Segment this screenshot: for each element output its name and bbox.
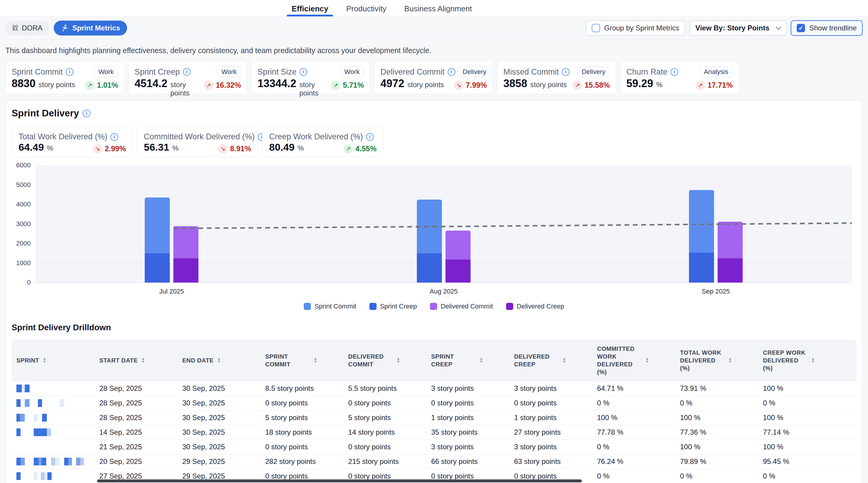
table-cell: 95.45 %: [758, 457, 841, 466]
sprint-commit-bar[interactable]: [689, 190, 714, 253]
redacted-block: [42, 399, 59, 407]
kpi-card-body: 8830story points↗1.01%: [12, 77, 118, 90]
group-by-sprint-metrics-control[interactable]: Group by Sprint Metrics: [586, 20, 685, 36]
info-icon[interactable]: i: [671, 68, 678, 76]
column-header-sprint-creep[interactable]: SPRINT CREEP▲▼: [426, 353, 509, 368]
y-axis-tick-label: 1000: [12, 259, 31, 267]
delivered-commit-bar[interactable]: [173, 226, 198, 258]
sort-icon[interactable]: ▲▼: [562, 357, 566, 363]
table-row[interactable]: 20 Sep, 202529 Sep, 2025282 story points…: [12, 454, 856, 469]
table-row[interactable]: 14 Sep, 202530 Sep, 202518 story points1…: [12, 425, 856, 440]
redacted-block: [48, 472, 52, 480]
table-cell: 0 story points: [260, 443, 343, 451]
legend-item[interactable]: Sprint Commit: [304, 302, 356, 310]
sprint-delivery-panel: Sprint Delivery i Total Work Delivered (…: [5, 100, 863, 483]
table-cell: 100 %: [592, 414, 675, 422]
info-icon[interactable]: i: [66, 68, 73, 76]
table-row[interactable]: 28 Sep, 202530 Sep, 20255 story points5 …: [12, 411, 856, 425]
redacted-block: [80, 458, 84, 465]
kpi-card: Missed CommitiDelivery3858story points↗1…: [497, 61, 616, 94]
delivered-creep-bar[interactable]: [718, 258, 743, 283]
table-body: 28 Sep, 202530 Sep, 20258.5 story points…: [12, 381, 856, 483]
sprint-metrics-toggle-button[interactable]: Sprint Metrics: [54, 21, 127, 35]
column-header-creep-work-delivered[interactable]: CREEP WORK DELIVERED (%)▲▼: [758, 349, 841, 372]
delivered-commit-bar[interactable]: [445, 231, 470, 260]
subcard-title: Committed Work Delivered (%): [144, 132, 255, 141]
sprint-delivery-subcards: Total Work Delivered (%)i64.49%↘2.99%Com…: [12, 127, 856, 157]
table-cell: 66 story points: [426, 457, 509, 466]
sort-icon[interactable]: ▲▼: [314, 357, 317, 363]
column-header-end-date[interactable]: END DATE▲▼: [178, 356, 260, 364]
column-header-delivered-creep[interactable]: DELIVERED CREEP▲▼: [509, 353, 592, 368]
kpi-value: 3858: [503, 77, 527, 90]
table-cell: 100 %: [758, 414, 841, 422]
sort-icon[interactable]: ▲▼: [142, 357, 145, 363]
gridline: [35, 165, 852, 166]
sprint-creep-bar[interactable]: [689, 253, 714, 283]
redacted-block: [34, 414, 37, 422]
column-header-label: DELIVERED CREEP: [514, 353, 559, 368]
sort-icon[interactable]: ▲▼: [479, 357, 483, 363]
info-icon[interactable]: i: [83, 109, 90, 117]
sort-icon[interactable]: ▲▼: [645, 357, 649, 363]
sprint-cell: [12, 428, 95, 436]
kpi-category-badge: Analysis: [700, 67, 733, 77]
redacted-block: [34, 428, 47, 436]
delivered-commit-bar[interactable]: [718, 222, 743, 259]
table-row[interactable]: 21 Sep, 202530 Sep, 20250 story points0 …: [12, 440, 856, 454]
kpi-card-title: Sprint Creep: [134, 67, 180, 77]
sort-icon[interactable]: ▲▼: [397, 357, 400, 363]
view-by-dropdown[interactable]: View By: Story Points: [689, 20, 787, 36]
legend-label: Sprint Commit: [314, 302, 356, 310]
sprint-creep-bar[interactable]: [417, 253, 442, 283]
redacted-block: [21, 472, 34, 480]
delivered-creep-bar[interactable]: [173, 258, 198, 283]
kpi-category-badge: Work: [217, 67, 241, 77]
info-icon[interactable]: i: [366, 133, 374, 141]
info-icon[interactable]: i: [111, 133, 118, 141]
table-row[interactable]: 28 Sep, 202530 Sep, 20258.5 story points…: [12, 381, 856, 396]
sort-icon[interactable]: ▲▼: [217, 357, 221, 363]
table-cell: 28 Sep, 2025: [95, 414, 178, 422]
sort-icon[interactable]: ▲▼: [728, 357, 732, 363]
sprint-commit-bar[interactable]: [417, 200, 442, 253]
trend-up-arrow-icon: ↗: [331, 80, 340, 90]
kpi-value: 59.29: [626, 77, 653, 90]
info-icon[interactable]: i: [447, 68, 455, 76]
sort-icon[interactable]: ▲▼: [43, 357, 46, 363]
kpi-category-badge: Delivery: [577, 67, 610, 77]
kpi-card-row: Sprint CommitiWork8830story points↗1.01%…: [0, 56, 868, 94]
kpi-category-badge: Work: [94, 67, 118, 77]
tab-business-alignment[interactable]: Business Alignment: [400, 0, 477, 17]
sprint-commit-bar[interactable]: [145, 197, 170, 253]
delivered-creep-bar[interactable]: [445, 260, 470, 283]
dora-toggle-button[interactable]: DORA DORA: [5, 21, 50, 35]
legend-item[interactable]: Sprint Creep: [369, 302, 417, 310]
column-header-delivered-commit[interactable]: DELIVERED COMMIT▲▼: [343, 353, 426, 368]
kpi-unit: %: [656, 80, 662, 89]
horizontal-scrollbar-thumb[interactable]: [97, 479, 582, 482]
legend-item[interactable]: Delivered Commit: [430, 302, 493, 310]
table-cell: 27 story points: [509, 428, 592, 437]
legend-item[interactable]: Delivered Creep: [506, 302, 564, 310]
info-icon[interactable]: i: [183, 68, 191, 76]
column-header-start-date[interactable]: START DATE▲▼: [95, 356, 178, 364]
sort-icon[interactable]: ▲▼: [811, 357, 815, 363]
column-header-sprint-commit[interactable]: SPRINT COMMIT▲▼: [260, 353, 343, 368]
redacted-block: [72, 458, 76, 465]
show-trendline-checkbox[interactable]: ✓: [797, 24, 805, 32]
redacted-sprint-name: [17, 399, 95, 407]
column-header-committed-work-delivered[interactable]: COMMITTED WORK DELIVERED (%)▲▼: [592, 345, 675, 376]
info-icon[interactable]: i: [300, 68, 307, 76]
column-header-total-work-delivered[interactable]: TOTAL WORK DELIVERED (%)▲▼: [675, 349, 758, 372]
redacted-block: [46, 458, 51, 465]
table-row[interactable]: 28 Sep, 202530 Sep, 20250 story points0 …: [12, 396, 856, 411]
sprint-creep-bar[interactable]: [145, 253, 170, 283]
info-icon[interactable]: i: [562, 68, 569, 76]
column-header-sprint[interactable]: SPRINT▲▼: [12, 356, 95, 364]
subcard-title: Total Work Delivered (%): [19, 132, 107, 141]
show-trendline-control[interactable]: ✓ Show trendline: [791, 20, 863, 36]
group-by-checkbox[interactable]: [592, 24, 600, 32]
tab-productivity[interactable]: Productivity: [341, 0, 391, 17]
tab-efficiency[interactable]: Efficiency: [287, 0, 333, 17]
